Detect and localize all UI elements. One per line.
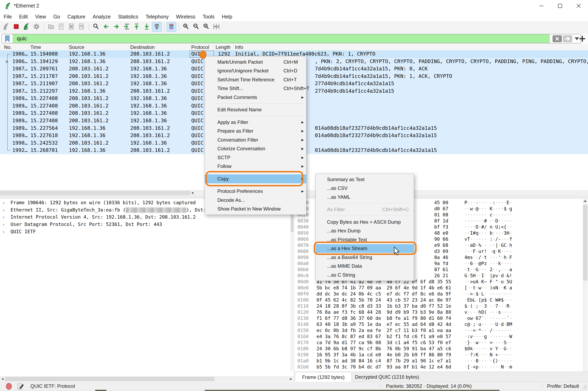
column-header-protocol[interactable]: Protocol — [191, 44, 209, 50]
column-separator[interactable] — [214, 45, 214, 50]
collapsed-chevron-icon[interactable]: › — [3, 229, 4, 235]
status-profile[interactable]: Profile: Default — [547, 383, 579, 389]
hex-row[interactable]: 01a0b1 9b 1c ad 38 84 16 c4 87 7b 29 a1 … — [294, 358, 588, 364]
menubar-item-file[interactable]: File — [4, 12, 17, 21]
hex-row[interactable]: 00e05b bc e8 74 1b 77 09 aa 29 6f 4e 9d … — [294, 285, 588, 291]
packet-details-pane[interactable]: ›Frame 198646: 1292 bytes on wire (10336… — [0, 199, 294, 376]
stop-capture-button[interactable] — [11, 22, 21, 32]
hscroll-left-arrow[interactable]: ◄ — [191, 191, 194, 195]
hex-row[interactable]: 0170ca 7d 9a d1 77 ca 9b 08 3d c1 a4 f5 … — [294, 339, 588, 346]
context-menu-colorize-conversation[interactable]: Colorize Conversation▶ — [205, 144, 306, 153]
hex-row[interactable]: 0130f1 6f 77 d8 36 37 60 de b8 fe a1 f9 … — [294, 315, 588, 321]
filter-dropdown-chevron[interactable] — [575, 37, 579, 40]
go-back-button[interactable] — [101, 22, 111, 32]
close-button[interactable] — [569, 0, 588, 12]
expert-info-icon[interactable] — [5, 383, 12, 390]
hscroll-left-arrow[interactable]: ◄ — [1, 377, 4, 382]
context-menu-mark-unmark-packet[interactable]: Mark/Unmark PacketCtrl+M — [205, 58, 306, 67]
menubar-item-statistics[interactable]: Statistics — [118, 12, 144, 21]
column-header-length[interactable]: Length — [216, 44, 230, 50]
copy-submenu-summary-as-text[interactable]: Summary as Text — [316, 175, 414, 184]
context-menu-conversation-filter[interactable]: Conversation Filter▶ — [205, 135, 306, 144]
filter-bookmark-button[interactable] — [2, 34, 13, 43]
menubar-item-help[interactable]: Help — [222, 12, 237, 21]
auto-scroll-button[interactable] — [152, 22, 162, 32]
context-menu-decode-as[interactable]: Decode As... — [205, 196, 306, 205]
collapsed-chevron-icon[interactable]: › — [3, 207, 4, 213]
details-vscrollbar[interactable] — [290, 199, 294, 372]
menubar-item-telephony[interactable]: Telephony — [146, 12, 174, 21]
display-filter-input[interactable]: quic — [13, 34, 550, 43]
go-to-packet-button[interactable] — [122, 22, 131, 32]
hex-row[interactable]: 01b0b5 5b fd 3c 70 b4 dc d7 93 aa 0f b1 … — [294, 364, 588, 370]
zoom-100-button[interactable] — [201, 22, 211, 32]
menubar-item-wireless[interactable]: Wireless — [176, 12, 201, 21]
detail-line[interactable]: ›Internet Protocol Version 4, Src: 192.1… — [0, 214, 294, 221]
column-header-source[interactable]: Source — [69, 44, 84, 50]
menubar-item-tools[interactable]: Tools — [203, 12, 220, 21]
filter-apply-button[interactable] — [563, 35, 572, 42]
zoom-in-button[interactable] — [181, 22, 191, 32]
tab-frame[interactable]: Frame (1292 bytes) — [295, 372, 352, 382]
hscroll-thumb[interactable] — [0, 191, 190, 195]
context-menu-show-packet-in-new-window[interactable]: Show Packet in New Window — [205, 205, 306, 213]
hex-row[interactable]: 012076 8a ae f3 fc 68 44 28 9d d9 b9 73 … — [294, 309, 588, 315]
go-forward-button[interactable] — [111, 22, 121, 32]
capture-comment-icon[interactable] — [17, 383, 25, 390]
column-separator[interactable] — [190, 45, 190, 50]
copy-submenu-as-hex-dump[interactable]: ...as Hex Dump — [316, 226, 414, 235]
reload-file-button[interactable] — [76, 22, 86, 32]
context-menu-ignore-unignore-packet[interactable]: Ignore/Unignore PacketCtrl+D — [205, 67, 306, 76]
maximize-button[interactable] — [551, 0, 569, 12]
detail-line[interactable]: ›User Datagram Protocol, Src Port: 52361… — [0, 221, 294, 228]
hex-row[interactable]: 01000f 45 62 4c 82 5b 70 24 43 cb 57 23 … — [294, 297, 588, 303]
context-menu-prepare-as-filter[interactable]: Prepare as Filter▶ — [205, 127, 306, 136]
copy-submenu-copy-bytes-as-hex-ascii-dump[interactable]: Copy Bytes as Hex + ASCII Dump — [316, 218, 414, 226]
minimize-button[interactable] — [532, 0, 551, 12]
hex-row[interactable]: 018024 30 6b b8 97 9c cf 8b 76 0b 59 91 … — [294, 346, 588, 352]
restart-capture-button[interactable] — [21, 22, 31, 32]
column-header-destination[interactable]: Destination — [130, 44, 154, 50]
vscroll-up-arrow[interactable] — [584, 200, 587, 202]
hscroll-thumb[interactable] — [5, 377, 214, 381]
details-hscrollbar[interactable]: ◄ ► — [0, 376, 294, 382]
hscroll-right-arrow[interactable]: ► — [289, 377, 293, 382]
column-separator[interactable] — [233, 45, 234, 50]
filter-clear-button[interactable] — [553, 35, 562, 42]
context-menu-sctp[interactable]: SCTP▶ — [205, 153, 306, 162]
hex-row[interactable]: 0160e4 3a 76 8c 87 ed 83 67 b2 f1 fd c6 … — [294, 333, 588, 339]
collapsed-chevron-icon[interactable]: › — [3, 214, 4, 220]
hex-row[interactable]: 0150ec 0c 0b 3d fb 2a ea fe 2f c7 11 b3 … — [294, 327, 588, 333]
close-file-button[interactable] — [67, 22, 76, 32]
start-capture-button[interactable] — [1, 22, 11, 32]
column-header-time[interactable]: Time — [30, 44, 41, 50]
menubar-item-analyze[interactable]: Analyze — [93, 12, 116, 21]
find-packet-button[interactable] — [91, 22, 101, 32]
colorize-button[interactable] — [166, 22, 176, 32]
context-menu-protocol-preferences[interactable]: Protocol Preferences▶ — [205, 187, 306, 196]
tab-decrypted-quic[interactable]: Decrypted QUIC (1215 bytes) — [348, 372, 426, 382]
copy-submenu-as-csv[interactable]: ...as CSV — [316, 184, 414, 193]
bytes-vscrollbar[interactable] — [583, 199, 588, 372]
hex-row[interactable]: 011024 18 28 8f 3b c8 d3 33 1b b3 37 ba … — [294, 303, 588, 309]
hex-row[interactable]: 00f0dd dc 3e dc 24 0b 4c c5 e7 dc f7 df … — [294, 291, 588, 297]
menubar-item-go[interactable]: Go — [53, 12, 65, 21]
copy-submenu-as-yaml[interactable]: ...as YAML — [316, 193, 414, 201]
column-separator[interactable] — [129, 45, 130, 50]
go-last-button[interactable] — [142, 22, 151, 32]
copy-submenu-as-filter[interactable]: As FilterCtrl+Shift+C — [316, 205, 414, 214]
context-menu-edit-resolved-name[interactable]: Edit Resolved Name — [205, 105, 306, 114]
collapsed-chevron-icon[interactable]: › — [3, 222, 4, 227]
context-menu-time-shift[interactable]: Time Shift...Ctrl+Shift+T — [205, 84, 306, 93]
menubar-item-view[interactable]: View — [35, 12, 51, 21]
hex-row[interactable]: 014063 40 18 3b a9 75 1e da e7 ec 55 ad … — [294, 321, 588, 327]
hex-row[interactable]: 019016 95 3f 3a 4b 1a cd e0 4e b0 2b b9 … — [294, 352, 588, 358]
detail-line[interactable]: ›QUIC IETF — [0, 229, 294, 235]
copy-submenu-as-c-string[interactable]: ...as C String — [316, 271, 414, 280]
context-menu-set-unset-time-reference[interactable]: Set/Unset Time ReferenceCtrl+T — [205, 75, 306, 84]
resize-columns-button[interactable] — [212, 22, 221, 32]
context-menu-apply-as-filter[interactable]: Apply as Filter▶ — [205, 118, 306, 127]
menubar-item-capture[interactable]: Capture — [68, 12, 91, 21]
column-header-info[interactable]: Info — [235, 44, 243, 50]
display-filter-field[interactable]: quic — [2, 34, 581, 43]
